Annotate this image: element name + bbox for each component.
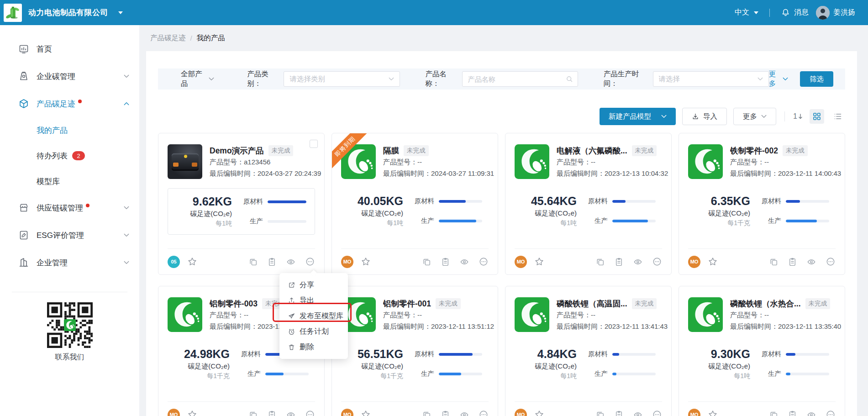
sidebar-item-my-products[interactable]: 我的产品	[0, 117, 139, 143]
more-actions-button[interactable]: 更多	[733, 108, 776, 125]
product-card[interactable]: 铁制零件-002 未完成 产品型号：-- 最后编辑时间：2023-12-11 1…	[679, 133, 845, 275]
sidebar-item-home[interactable]: 首页	[0, 35, 139, 63]
menu-item-publish-to-model-library[interactable]: 发布至模型库	[279, 308, 348, 324]
sort-button[interactable]: 1	[793, 112, 803, 121]
sidebar-item-esg[interactable]: ESG评价管理	[0, 221, 139, 249]
import-button[interactable]: 导入	[682, 108, 727, 125]
preview-eye-icon[interactable]	[286, 257, 296, 267]
more-filters-link[interactable]: 更多	[769, 69, 788, 89]
per-unit-label: 每1吨	[173, 220, 232, 228]
product-logo	[688, 297, 723, 332]
favorite-star-icon[interactable]	[534, 257, 544, 267]
scope-dropdown[interactable]: 全部产品	[181, 69, 214, 89]
favorite-star-icon[interactable]	[187, 257, 197, 267]
preview-eye-icon[interactable]	[633, 410, 643, 416]
contact-us-label: 联系我们	[0, 353, 139, 362]
model-label: 产品型号：	[557, 158, 591, 166]
grid-view-toggle[interactable]	[810, 109, 824, 124]
sidebar-item-enterprise-carbon[interactable]: 企业碳管理	[0, 63, 139, 90]
menu-item-task-schedule[interactable]: 任务计划	[279, 324, 348, 339]
preview-eye-icon[interactable]	[806, 257, 816, 267]
list-view-toggle[interactable]	[831, 109, 845, 124]
report-icon[interactable]	[614, 410, 624, 416]
raw-material-label: 原材料	[584, 197, 608, 205]
per-unit-label: 每1吨	[517, 219, 577, 227]
copy-icon[interactable]	[248, 257, 258, 267]
report-icon[interactable]	[441, 410, 450, 416]
favorite-star-icon[interactable]	[708, 410, 718, 416]
new-product-model-button[interactable]: 新建产品模型	[600, 108, 676, 125]
favorite-star-icon[interactable]	[534, 410, 544, 416]
favorite-star-icon[interactable]	[361, 257, 371, 267]
sidebar-subitem-label: 模型库	[37, 176, 60, 187]
card-checkbox[interactable]	[310, 140, 318, 148]
footprint-logo-icon	[688, 297, 723, 332]
product-card[interactable]: 电解液（六氟磷酸... 未完成 产品型号：-- 最后编辑时间：2023-12-1…	[505, 133, 672, 275]
sidebar-item-supply-chain[interactable]: 供应链碳管理	[0, 194, 139, 221]
edit-time-value: 2024-03-27 20:24:39	[258, 169, 321, 177]
raw-material-bar	[268, 200, 306, 203]
company-switcher[interactable]: 动力电池制品有限公司	[0, 4, 123, 22]
model-value: --	[591, 311, 595, 319]
product-card[interactable]: 铝制零件-001 未完成 产品型号：-- 最后编辑时间：2023-12-11 1…	[331, 286, 498, 416]
copy-icon[interactable]	[422, 257, 431, 267]
more-ellipsis-icon[interactable]	[652, 257, 662, 267]
product-card[interactable]: Demo演示产品 未完成 产品型号：a123456 最后编辑时间：2024-03…	[158, 133, 325, 275]
production-time-select[interactable]: 请选择	[653, 71, 769, 87]
report-icon[interactable]	[788, 257, 797, 267]
user-menu[interactable]: 姜洪扬	[816, 6, 855, 20]
production-label: 生产	[410, 369, 434, 378]
sidebar-item-model-library[interactable]: 模型库	[0, 169, 139, 194]
carbon-unit-label: 碳足迹(CO₂e)	[344, 209, 403, 218]
preview-eye-icon[interactable]	[286, 410, 296, 416]
report-icon[interactable]	[267, 410, 277, 416]
filter-submit-button[interactable]: 筛选	[800, 71, 833, 87]
menu-item-export[interactable]: 导出	[279, 293, 348, 308]
report-icon[interactable]	[788, 410, 797, 416]
report-icon[interactable]	[267, 257, 277, 267]
copy-icon[interactable]	[595, 257, 605, 267]
sidebar-item-product-footprint[interactable]: 产品碳足迹	[0, 90, 139, 117]
report-icon[interactable]	[614, 257, 624, 267]
more-ellipsis-icon[interactable]	[652, 410, 662, 416]
menu-item-share[interactable]: 分享	[279, 277, 348, 293]
language-switcher[interactable]: 中文	[735, 8, 758, 17]
more-ellipsis-icon[interactable]	[479, 257, 489, 267]
menu-item-delete[interactable]: 删除	[279, 339, 348, 355]
copy-icon[interactable]	[595, 410, 605, 416]
per-unit-label: 每1吨	[691, 372, 750, 380]
copy-icon[interactable]	[769, 410, 779, 416]
category-filter-label: 产品类别：	[247, 69, 278, 89]
product-card[interactable]: 即将到期 隔膜 未完成 产品型号：-- 最后编辑时间：2024-03-27 11…	[331, 133, 498, 275]
copy-icon[interactable]	[248, 410, 258, 416]
preview-eye-icon[interactable]	[633, 257, 643, 267]
product-name-input[interactable]	[468, 75, 566, 83]
preview-eye-icon[interactable]	[459, 257, 469, 267]
preview-eye-icon[interactable]	[459, 410, 469, 416]
bell-icon	[781, 8, 790, 17]
preview-eye-icon[interactable]	[806, 410, 816, 416]
menu-item-label: 发布至模型库	[300, 311, 343, 321]
more-ellipsis-icon[interactable]	[305, 257, 315, 267]
favorite-star-icon[interactable]	[361, 410, 371, 416]
sidebar-item-todo-list[interactable]: 待办列表 2	[0, 143, 139, 169]
more-ellipsis-icon[interactable]	[826, 257, 836, 267]
edit-time-value: 2024-03-27 11:09:31	[431, 169, 494, 177]
status-badge: 未完成	[632, 145, 657, 156]
more-ellipsis-icon[interactable]	[305, 410, 315, 416]
messages-button[interactable]: 消息	[781, 8, 809, 17]
breadcrumb-parent[interactable]: 产品碳足迹	[150, 33, 186, 43]
report-icon[interactable]	[441, 257, 450, 267]
more-ellipsis-icon[interactable]	[826, 410, 836, 416]
sidebar-item-enterprise-admin[interactable]: 企业管理	[0, 249, 139, 276]
more-ellipsis-icon[interactable]	[479, 410, 489, 416]
category-select[interactable]: 请选择类别	[284, 71, 400, 87]
favorite-star-icon[interactable]	[708, 257, 718, 267]
menu-item-label: 删除	[300, 342, 314, 352]
product-card[interactable]: 磷酸铁锂（水热合... 未完成 产品型号：-- 最后编辑时间：2023-12-1…	[679, 286, 845, 416]
favorite-star-icon[interactable]	[187, 410, 197, 416]
production-bar	[612, 220, 656, 222]
copy-icon[interactable]	[422, 410, 431, 416]
copy-icon[interactable]	[769, 257, 779, 267]
product-card[interactable]: 磷酸铁锂（高温固... 未完成 产品型号：-- 最后编辑时间：2023-12-1…	[505, 286, 672, 416]
